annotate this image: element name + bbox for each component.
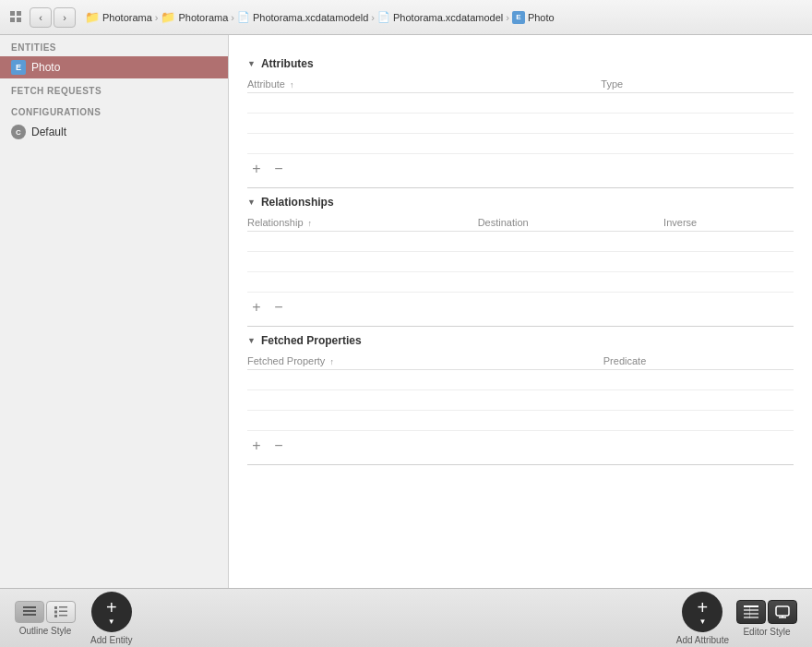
svg-rect-8 [59,606,67,608]
config-icon: C [11,125,26,139]
relationships-table: Relationship ↑ Destination Inverse [247,214,794,293]
configurations-section-label: CONFIGURATIONS [0,100,228,121]
list-style-button[interactable] [46,601,76,623]
fetched-properties-header: ▼ Fetched Properties [247,327,794,353]
bottom-toolbar: Outline Style + ▼ Add Entity + ▼ Add Att… [0,588,812,647]
attributes-triangle: ▼ [247,59,256,68]
fetched-property-sort-icon: ↑ [329,357,334,366]
relationship-sort-icon: ↑ [308,219,313,228]
forward-button[interactable]: › [54,7,76,28]
breadcrumb-sep-2: › [231,12,234,23]
fetched-property-empty-row-2 [247,390,794,411]
content-area: ▼ Attributes Attribute ↑ Type [229,35,812,588]
add-fetched-property-button[interactable]: + [247,437,266,455]
relationships-section: ▼ Relationships Relationship ↑ Destinati… [247,188,794,327]
add-attribute-label: Add Attribute [676,635,729,645]
svg-rect-1 [17,11,21,16]
relationship-col-header: Relationship ↑ [247,214,478,232]
sidebar-item-photo[interactable]: E Photo [0,56,228,78]
svg-rect-2 [10,18,15,22]
editor-style-label: Editor Style [743,627,790,637]
breadcrumb-item-5[interactable]: E Photo [512,11,555,24]
attributes-header: ▼ Attributes [247,50,794,76]
breadcrumb-label-1: Photorama [102,12,152,23]
attributes-title: Attributes [261,57,314,70]
table-editor-button[interactable] [736,600,766,624]
relationships-triangle: ▼ [247,198,256,207]
breadcrumb-sep-3: › [371,12,375,23]
breadcrumb-item-4[interactable]: 📄 Photorama.xcdatamodel [377,11,503,23]
add-entity-label: Add Entity [90,635,133,645]
predicate-col-header: Predicate [603,353,794,370]
outline-style-group: Outline Style [15,601,76,636]
outline-style-button[interactable] [15,601,44,623]
svg-rect-15 [744,613,758,615]
breadcrumb-item-1[interactable]: 📁 Photorama [85,10,152,24]
destination-col-header: Destination [478,214,663,232]
svg-rect-14 [744,609,758,611]
svg-rect-3 [17,18,21,22]
add-entity-icon: + ▼ [106,598,117,626]
svg-rect-7 [54,606,57,609]
photo-entity-icon: E [11,60,26,75]
breadcrumb: 📁 Photorama › 📁 Photorama › 📄 Photorama.… [85,10,555,24]
main-area: ENTITIES E Photo FETCH REQUESTS CONFIGUR… [0,35,812,588]
breadcrumb-label-3: Photorama.xcdatamodeld [253,12,368,23]
bottom-right-controls: + ▼ Add Attribute [676,592,797,645]
add-attribute-icon: + ▼ [698,598,709,626]
attribute-empty-row-1 [247,93,794,114]
sidebar-item-label-photo: Photo [31,61,60,74]
svg-rect-17 [749,605,750,618]
svg-rect-18 [776,606,789,616]
svg-rect-10 [59,610,67,612]
fetch-requests-section-label: FETCH REQUESTS [0,78,228,100]
attribute-col-header: Attribute ↑ [247,76,601,93]
svg-rect-6 [23,614,36,616]
relationship-empty-row-1 [247,232,794,252]
remove-relationship-button[interactable]: − [269,298,288,317]
add-attribute-inline-button[interactable]: + [247,160,266,178]
fetched-property-col-header: Fetched Property ↑ [247,353,603,370]
attribute-sort-icon: ↑ [290,80,294,90]
svg-rect-5 [23,610,36,612]
toolbar: ‹ › 📁 Photorama › 📁 Photorama › 📄 Photor… [0,0,812,35]
fetched-properties-actions: + − [247,431,794,465]
entity-icon-breadcrumb: E [512,11,525,24]
fetched-properties-triangle: ▼ [247,336,256,345]
relationships-actions: + − [247,293,794,327]
svg-rect-4 [23,606,36,608]
type-col-header: Type [601,76,794,93]
diagram-editor-button[interactable] [768,600,797,624]
attributes-table: Attribute ↑ Type [247,76,794,154]
breadcrumb-item-3[interactable]: 📄 Photorama.xcdatamodeld [237,11,368,23]
relationships-header: ▼ Relationships [247,188,794,214]
breadcrumb-sep-1: › [155,12,159,23]
back-button[interactable]: ‹ [30,7,52,28]
breadcrumb-item-2[interactable]: 📁 Photorama [161,10,228,24]
fetched-properties-section: ▼ Fetched Properties Fetched Property ↑ … [247,327,794,465]
outline-style-label: Outline Style [19,626,72,636]
attribute-empty-row-3 [247,134,794,154]
fetched-properties-table: Fetched Property ↑ Predicate [247,353,794,431]
relationships-title: Relationships [261,196,334,209]
add-entity-button[interactable]: + ▼ [91,592,132,632]
remove-attribute-button[interactable]: − [269,160,288,178]
sidebar-item-default[interactable]: C Default [0,121,228,143]
navigation-buttons: ‹ › [30,7,76,28]
fetched-property-empty-row-1 [247,370,794,390]
fetched-property-empty-row-3 [247,411,794,431]
style-toggle [15,601,76,623]
add-relationship-button[interactable]: + [247,298,266,317]
breadcrumb-sep-4: › [506,12,509,23]
inverse-col-header: Inverse [663,214,794,232]
breadcrumb-label-4: Photorama.xcdatamodel [393,12,503,23]
relationship-empty-row-3 [247,272,794,293]
svg-rect-13 [744,605,758,607]
editor-style-buttons [736,600,797,624]
svg-rect-11 [54,615,57,617]
breadcrumb-label-2: Photorama [178,12,228,23]
editor-style-group: Editor Style [736,600,797,637]
remove-fetched-property-button[interactable]: − [269,437,288,455]
svg-rect-12 [59,615,67,617]
add-attribute-button[interactable]: + ▼ [682,592,722,632]
